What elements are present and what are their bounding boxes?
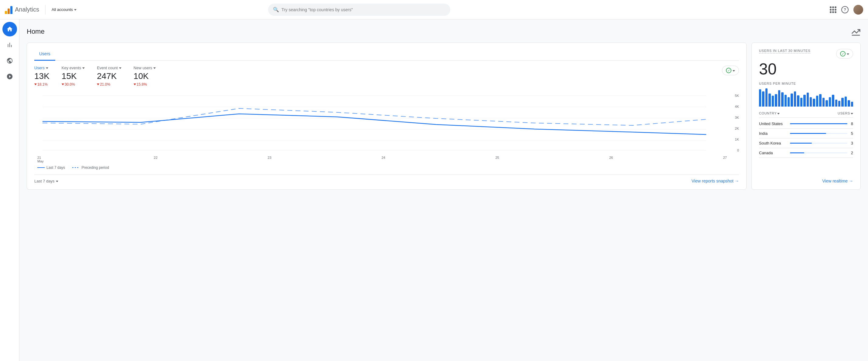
arrow-right-icon: → [735,179,739,183]
country-row: India 5 [759,129,853,139]
grid-dot [830,9,832,11]
cards-row: Users Users 13K 18.1% Key event [27,42,861,190]
metric-event-count-value: 247K [97,71,121,81]
realtime-title: USERS IN LAST 30 MINUTES [759,49,810,54]
grid-dot [832,6,834,8]
metric-event-count: Event count 247K 21.0% [97,66,121,87]
view-reports-text: View reports snapshot [692,179,734,183]
event-count-dropdown-icon[interactable] [119,67,121,69]
view-realtime-text: View realtime [822,179,848,183]
app-title: Analytics [15,6,39,13]
check-button[interactable]: ✓ [722,66,739,75]
mini-bar-item [800,98,802,107]
page-title: Home [27,28,44,35]
view-reports-link[interactable]: View reports snapshot → [692,179,739,183]
users-per-minute-label: USERS PER MINUTE [759,82,853,85]
search-input[interactable] [281,7,445,12]
x-label-24: 24 [382,156,385,163]
metric-event-count-change: 21.0% [97,82,121,87]
country-row: United States 8 [759,119,853,129]
trending-icon-svg [851,27,861,36]
y-label-4k: 4K [728,105,739,109]
all-accounts-button[interactable]: All accounts [52,7,76,12]
mini-bar-item [762,91,764,107]
mini-bar-item [759,89,761,107]
metrics-row: Users 13K 18.1% Key events 15K [34,66,739,87]
country-bar-bg [790,143,847,144]
tab-users[interactable]: Users [34,49,55,61]
users-sort-icon [851,113,853,115]
legend-current: Last 7 days [37,166,65,170]
help-icon[interactable]: ? [841,6,848,13]
country-name: India [759,131,786,136]
card-tabs: Users [34,49,739,61]
y-label-2k: 2K [728,127,739,130]
sidebar-item-advertising[interactable] [2,69,17,84]
metric-new-users-pct: 15.8% [136,82,147,87]
sidebar-item-reports[interactable] [2,38,17,52]
logo-bar-3 [10,6,12,14]
search-bar[interactable]: 🔍 [268,4,450,16]
top-navigation: Analytics All accounts 🔍 ? [0,0,868,20]
country-rows: United States 8 India 5 South Korea [759,119,853,158]
new-users-dropdown-icon[interactable] [153,67,156,69]
down-arrow-icon-4 [133,84,136,85]
country-table: COUNTRY USERS United States 8 India [759,112,853,175]
down-arrow-icon-3 [97,84,99,85]
mini-bar-item [794,91,796,107]
x-label-21: 21May [37,156,44,163]
country-bar-fill [790,123,847,124]
realtime-check-button[interactable]: ✓ [836,49,853,59]
realtime-footer: View realtime → [759,175,853,183]
key-events-dropdown-icon[interactable] [82,67,85,69]
mini-bar-item [823,98,825,107]
country-row: Canada 2 [759,148,853,158]
users-dropdown-icon[interactable] [46,67,48,69]
chart-y-labels: 5K 4K 3K 2K 1K 0 [728,93,739,153]
users-column-header[interactable]: USERS [838,112,853,115]
metric-key-events-change: 30.0% [62,82,85,87]
all-accounts-label: All accounts [52,7,73,12]
y-label-1k: 1K [728,138,739,141]
mini-bar-item [848,100,850,107]
metric-users-value: 13K [34,71,50,81]
sidebar-item-explore[interactable] [2,54,17,68]
mini-bar-item [803,95,805,107]
mini-bar-item [807,93,809,107]
country-header-text: COUNTRY [759,112,777,115]
down-arrow-icon-2 [62,84,64,85]
legend-preceding: Preceding period [72,166,109,170]
period-dropdown-icon [56,181,58,182]
legend-current-line [37,167,44,168]
sidebar-item-home[interactable] [2,22,17,36]
x-label-23: 23 [268,156,272,163]
grid-dot [832,9,834,11]
trend-icon[interactable] [851,27,861,36]
analytics-logo [5,5,12,14]
chevron-down-icon [74,9,76,11]
realtime-arrow-icon: → [849,179,853,183]
y-label-0: 0 [728,148,739,152]
country-bar-wrap [790,143,847,144]
main-content: Home Users Users 13K [20,20,868,361]
country-column-header[interactable]: COUNTRY [759,112,780,115]
metric-key-events-pct: 30.0% [65,82,75,87]
apps-icon[interactable] [830,6,836,13]
metric-new-users-value: 10K [133,71,156,81]
mini-bar-item [816,96,818,107]
mini-bar-item [790,93,793,107]
avatar[interactable] [854,5,863,14]
country-users-count: 8 [851,121,853,126]
mini-bar-item [768,93,771,107]
avatar-image [854,5,863,14]
mini-bar-item [838,101,840,107]
view-realtime-link[interactable]: View realtime → [822,179,853,183]
period-button[interactable]: Last 7 days [34,179,58,183]
metric-users-label: Users [34,66,50,70]
metric-event-count-pct: 21.0% [100,82,110,87]
logo-bar-1 [5,11,7,14]
x-label-27: 27 [723,156,727,163]
country-users-count: 3 [851,141,853,145]
search-icon: 🔍 [273,7,279,12]
top-actions: ? [830,5,863,14]
